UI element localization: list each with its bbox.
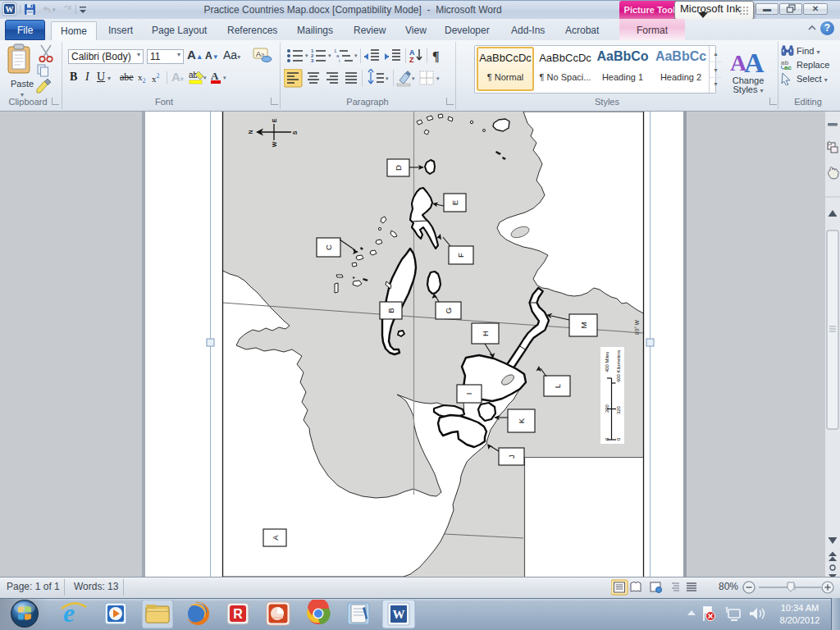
svg-text:▾: ▾	[386, 75, 389, 81]
svg-text:▾: ▾	[203, 75, 207, 80]
svg-text:R: R	[233, 607, 243, 621]
svg-text:▾: ▾	[305, 52, 308, 58]
svg-text:i: i	[339, 58, 340, 63]
svg-text:▾: ▾	[328, 52, 331, 58]
svg-text:G: G	[444, 308, 453, 313]
svg-text:S: S	[292, 130, 298, 135]
svg-text:A: A	[211, 70, 219, 82]
svg-text:I: I	[464, 393, 473, 395]
svg-text:3: 3	[311, 58, 314, 63]
svg-text:400 Miles: 400 Miles	[605, 352, 609, 372]
svg-text:▾: ▾	[52, 7, 56, 12]
svg-text:E: E	[272, 118, 277, 122]
svg-text:ac: ac	[784, 64, 792, 71]
svg-text:W: W	[393, 608, 405, 621]
svg-text:200: 200	[605, 404, 609, 413]
svg-text:N: N	[248, 130, 253, 134]
svg-text:D: D	[394, 165, 403, 171]
svg-text:H: H	[481, 331, 490, 336]
svg-text:320: 320	[616, 405, 621, 414]
svg-text:▾: ▾	[223, 75, 226, 80]
svg-text:W: W	[272, 141, 277, 147]
svg-text:¶: ¶	[432, 49, 440, 63]
svg-text:Z: Z	[409, 56, 414, 64]
svg-text:▾: ▾	[354, 52, 358, 58]
svg-text:80° W: 80° W	[634, 319, 640, 335]
svg-text:B: B	[386, 308, 395, 313]
svg-text:W: W	[6, 5, 14, 14]
svg-text:600 Kilometers: 600 Kilometers	[616, 350, 621, 382]
svg-text:L: L	[553, 384, 562, 388]
svg-text:K: K	[517, 418, 526, 423]
svg-text:F: F	[456, 253, 465, 258]
svg-text:▾: ▾	[436, 75, 440, 81]
svg-text:J: J	[507, 454, 516, 459]
svg-text:C: C	[324, 244, 333, 250]
svg-text:▾: ▾	[412, 75, 415, 81]
svg-text:A: A	[271, 535, 280, 541]
svg-text:A: A	[744, 48, 765, 75]
svg-text:M: M	[579, 322, 588, 328]
svg-text:E: E	[450, 200, 459, 205]
